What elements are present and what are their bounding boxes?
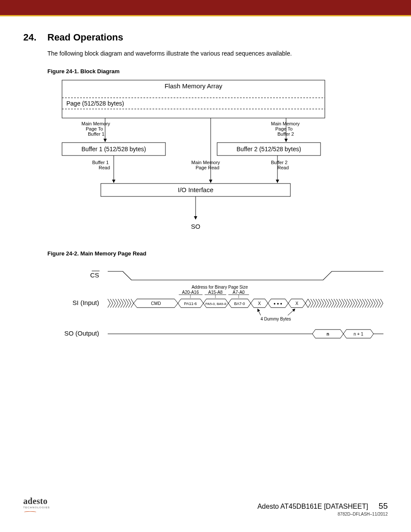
so-output-label: SO (Output) — [64, 330, 99, 337]
svg-text:• • •: • • • — [274, 301, 282, 307]
io-interface-label: I/O Interface — [178, 186, 214, 193]
flash-array-label: Flash Memory Array — [165, 82, 223, 90]
addr-b: A15-A8 — [208, 290, 223, 295]
b1-read-l1: Buffer 1 — [92, 160, 109, 165]
header-bar — [0, 0, 411, 16]
addr-c: A7-A0 — [233, 290, 245, 295]
addr-title: Address for Binary Page Size — [192, 285, 248, 289]
x2-label: X — [296, 301, 299, 306]
logo: adesto TECHNOLOGIES — [23, 496, 50, 516]
n-label: n — [327, 332, 329, 336]
figure-2-diagram: CS Address for Binary Page Size A20-A16 … — [47, 260, 388, 351]
mm-to-b2-l3: Buffer 2 — [277, 131, 294, 137]
ba7-label: BA7-0 — [234, 302, 245, 306]
b2-read-l2: Read — [277, 165, 289, 170]
buffer-1-label: Buffer 1 (512/528 bytes) — [81, 146, 146, 152]
svg-line-20 — [258, 309, 261, 315]
doc-title: Adesto AT45DB161E [DATASHEET] — [257, 503, 368, 510]
figure-1-caption: Figure 24-1. Block Diagram — [47, 68, 388, 75]
svg-line-21 — [288, 309, 295, 315]
addr-a: A20-A16 — [182, 290, 199, 295]
logo-text: adesto — [23, 496, 47, 506]
mm-read-l1: Main Memory — [191, 160, 220, 165]
logo-swoosh-icon — [24, 511, 36, 513]
doc-id: 8782D–DFLASH–11/2012 — [257, 512, 388, 516]
logo-subtext: TECHNOLOGIES — [23, 506, 50, 509]
cs-label: CS — [90, 271, 99, 279]
so-label: SO — [191, 223, 200, 230]
page-label: Page (512/528 bytes) — [66, 100, 124, 107]
cmd-label: CMD — [151, 301, 161, 306]
mm-to-b2-l2: Page To — [275, 126, 293, 131]
b1-read-l2: Read — [99, 165, 110, 170]
mm-to-b1-l1: Main Memory — [81, 121, 110, 126]
figure-1-diagram: Flash Memory Array Page (512/528 bytes) … — [58, 78, 388, 237]
mm-to-b1-l3: Buffer 1 — [88, 131, 104, 137]
buffer-2-label: Buffer 2 (512/528 bytes) — [237, 146, 301, 152]
section-number: 24. — [23, 32, 47, 43]
mm-to-b2-l1: Main Memory — [271, 121, 300, 126]
n1-label: n + 1 — [354, 332, 364, 336]
si-label: SI (Input) — [72, 299, 99, 306]
intro-text: The following block diagram and waveform… — [47, 50, 388, 57]
figure-2-caption: Figure 24-2. Main Memory Page Read — [47, 250, 388, 257]
pa5-label: PA5-0, BA9-8 — [206, 302, 227, 306]
section-title: Read Operations — [47, 32, 123, 43]
mm-read-l2: Page Read — [196, 165, 219, 170]
mm-to-b1-l2: Page To — [86, 126, 103, 131]
page-number: 55 — [379, 501, 388, 510]
pa11-label: PA11-6 — [184, 302, 196, 306]
footer-right: Adesto AT45DB161E [DATASHEET] 55 8782D–D… — [257, 501, 388, 516]
dummy-label: 4 Dummy Bytes — [261, 317, 291, 321]
x1-label: X — [258, 301, 261, 306]
b2-read-l1: Buffer 2 — [271, 160, 287, 165]
